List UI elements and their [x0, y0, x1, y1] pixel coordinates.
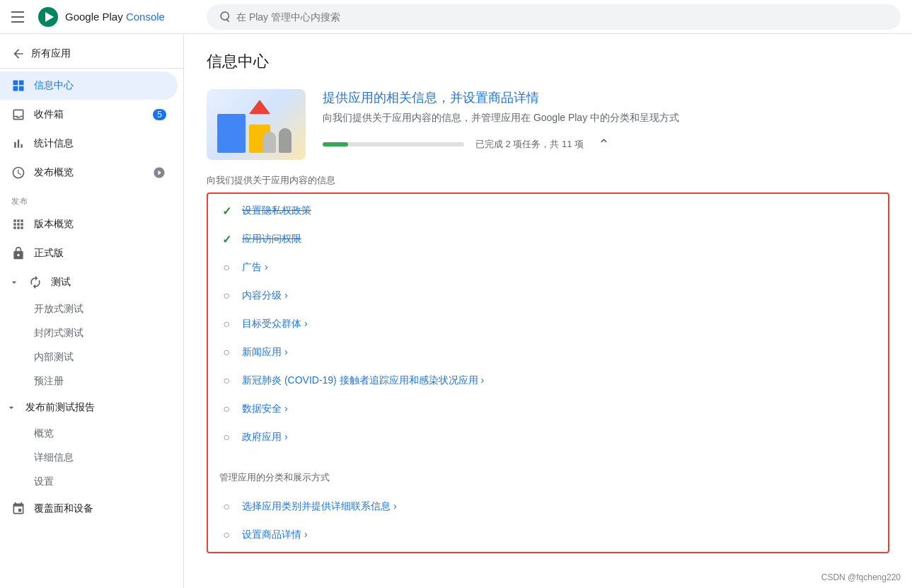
task-item-label: 选择应用类别并提供详细联系信息 ›	[242, 500, 397, 513]
search-bar	[207, 4, 901, 30]
check-icon: ✓	[219, 204, 233, 218]
sidebar-item-label: 测试	[51, 276, 71, 289]
sidebar-sub-item-open-test[interactable]: 开放式测试	[0, 297, 183, 321]
sidebar-item-info-center[interactable]: 信息中心	[0, 71, 178, 100]
sidebar-back-label: 所有应用	[31, 47, 71, 60]
task-item-label: 广告 ›	[242, 261, 268, 274]
sidebar-item-coverage[interactable]: 覆盖面和设备	[0, 495, 178, 523]
sidebar-sub-item-preregister[interactable]: 预注册	[0, 369, 183, 393]
coverage-icon	[11, 502, 25, 516]
task-item-ads[interactable]: ○ 广告 ›	[208, 253, 888, 282]
clock-icon	[11, 166, 25, 180]
sidebar-sub-item-settings[interactable]: 设置	[0, 470, 183, 494]
expand-left-icon	[8, 277, 20, 288]
task-item-label: 设置商品详情 ›	[242, 529, 308, 541]
sidebar-item-publish-overview[interactable]: 发布概览	[0, 158, 178, 187]
task-item-data-safety[interactable]: ○ 数据安全 ›	[208, 395, 888, 423]
task-box-section1: ✓ 设置隐私权政策 ✓ 应用访问权限 ○ 广告 ›	[207, 192, 889, 553]
task-item-store-details[interactable]: ○ 设置商品详情 ›	[208, 521, 888, 549]
sidebar-back-button[interactable]: 所有应用	[0, 40, 183, 69]
sidebar-item-stats[interactable]: 统计信息	[0, 129, 178, 158]
sidebar-item-inbox[interactable]: 收件箱 5	[0, 100, 178, 129]
task-item-label: 数据安全 ›	[242, 403, 288, 415]
sidebar-item-label: 覆盖面和设备	[34, 502, 93, 515]
task-item-label: 目标受众群体 ›	[242, 318, 308, 330]
app-title: Google Play Console	[65, 11, 165, 23]
task-item-target-audience[interactable]: ○ 目标受众群体 ›	[208, 310, 888, 338]
task-item-covid[interactable]: ○ 新冠肺炎 (COVID-19) 接触者追踪应用和感染状况应用 ›	[208, 367, 888, 395]
banner-text: 提供应用的相关信息，并设置商品详情 向我们提供关于应用内容的信息，并管理应用在 …	[323, 89, 889, 153]
topbar-left: Google Play Console	[11, 6, 195, 28]
sidebar-item-label: 信息中心	[34, 79, 74, 92]
task-item-label: 设置隐私权政策	[242, 204, 311, 217]
section1-label: 向我们提供关于应用内容的信息	[207, 174, 889, 187]
sidebar-sub-item-overview[interactable]: 概览	[0, 422, 183, 446]
sidebar-sub-item-internal-test[interactable]: 内部测试	[0, 345, 183, 369]
progress-text: 已完成 2 项任务，共 11 项	[475, 138, 584, 151]
sidebar-item-test[interactable]: 测试	[0, 268, 178, 296]
sidebar: 所有应用 信息中心 收件箱 5	[0, 34, 184, 588]
sidebar-item-release[interactable]: 正式版	[0, 239, 178, 267]
circle-icon: ○	[219, 317, 233, 331]
circle-icon: ○	[219, 402, 233, 416]
pre-release-label: 发布前测试报告	[25, 401, 95, 414]
grid-icon	[11, 79, 25, 93]
circle-icon: ○	[219, 528, 233, 542]
progress-row: 已完成 2 项任务，共 11 项 ⌃	[323, 136, 889, 153]
task-item-privacy-policy[interactable]: ✓ 设置隐私权政策	[208, 197, 888, 225]
circle-icon: ○	[219, 289, 233, 303]
sidebar-item-label: 发布概览	[34, 166, 74, 179]
sidebar-item-label: 版本概览	[34, 218, 74, 231]
circle-icon: ○	[219, 430, 233, 444]
inbox-badge: 5	[153, 109, 166, 120]
circle-icon: ○	[219, 374, 233, 388]
task-item-news-app[interactable]: ○ 新闻应用 ›	[208, 338, 888, 367]
hamburger-icon[interactable]	[11, 8, 28, 25]
task-item-label: 新冠肺炎 (COVID-19) 接触者追踪应用和感染状况应用 ›	[242, 374, 484, 387]
circle-icon: ○	[219, 500, 233, 514]
task-item-label: 新闻应用 ›	[242, 346, 288, 359]
task-item-content-rating[interactable]: ○ 内容分级 ›	[208, 282, 888, 310]
banner-title: 提供应用的相关信息，并设置商品详情	[323, 89, 889, 106]
circle-icon: ○	[219, 260, 233, 275]
section2-label: 管理应用的分类和展示方式	[208, 466, 888, 487]
sidebar-sub-item-details[interactable]: 详细信息	[0, 446, 183, 470]
search-icon	[218, 11, 231, 23]
bar-chart-icon	[11, 137, 25, 151]
task-item-label: 政府应用 ›	[242, 431, 288, 444]
sidebar-item-label: 收件箱	[34, 108, 64, 121]
task-item-label: 应用访问权限	[242, 233, 301, 246]
sidebar-item-pre-release[interactable]: 发布前测试报告	[0, 394, 178, 421]
logo-area: Google Play Console	[37, 6, 165, 28]
progress-bar-fill	[323, 142, 348, 146]
back-arrow-icon	[11, 47, 25, 61]
check-icon: ✓	[219, 232, 233, 246]
sidebar-item-version-overview[interactable]: 版本概览	[0, 210, 178, 238]
banner-subtitle: 向我们提供关于应用内容的信息，并管理应用在 Google Play 中的分类和呈…	[323, 112, 889, 125]
content-area: 信息中心 提供应用的相关信息，并设置商品详情 向我们提供关于应用内容的信息，并管…	[184, 34, 912, 588]
illus-arrow	[249, 100, 270, 114]
illus-building	[217, 114, 246, 153]
sidebar-item-label: 正式版	[34, 247, 64, 260]
illus-person2	[263, 132, 276, 153]
sidebar-item-label: 统计信息	[34, 137, 74, 150]
main-layout: 所有应用 信息中心 收件箱 5	[0, 34, 912, 588]
blocked-icon	[152, 166, 166, 180]
topbar: Google Play Console	[0, 0, 912, 34]
search-input[interactable]	[236, 11, 889, 23]
task-item-label: 内容分级 ›	[242, 289, 288, 302]
illus-person	[279, 128, 292, 153]
play-logo-icon	[37, 6, 59, 28]
inbox-icon	[11, 108, 25, 122]
apps-icon	[11, 217, 25, 231]
sidebar-sub-item-closed-test[interactable]: 封闭式测试	[0, 321, 183, 345]
lock-icon	[11, 246, 25, 260]
task-item-app-access[interactable]: ✓ 应用访问权限	[208, 225, 888, 253]
circle-icon: ○	[219, 345, 233, 359]
task-item-gov-app[interactable]: ○ 政府应用 ›	[208, 423, 888, 451]
expand-button[interactable]: ⌃	[595, 136, 613, 153]
banner-illustration	[207, 89, 306, 160]
progress-bar-bg	[323, 142, 464, 146]
expand-icon	[6, 402, 17, 413]
task-item-select-category[interactable]: ○ 选择应用类别并提供详细联系信息 ›	[208, 492, 888, 521]
